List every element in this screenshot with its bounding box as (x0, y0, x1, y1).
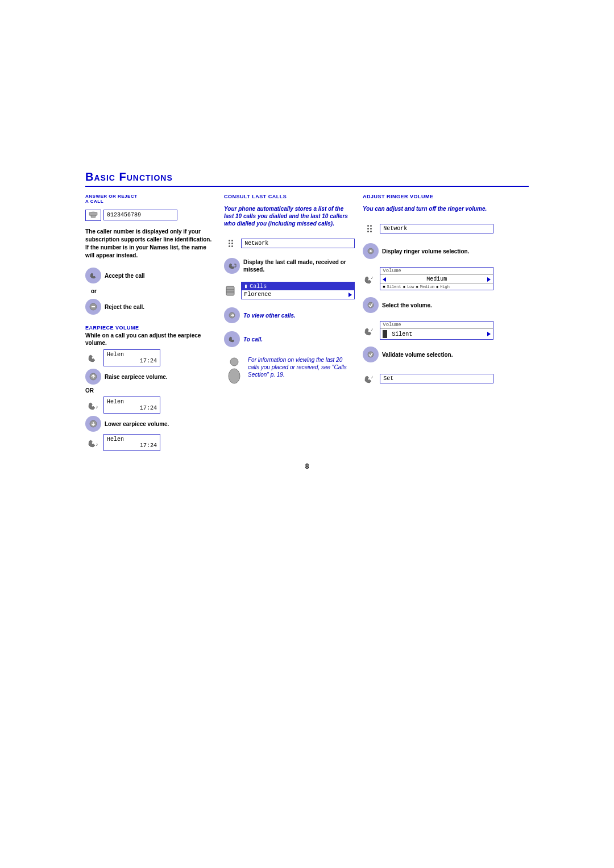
note-text: For information on viewing the last 20 c… (248, 356, 355, 378)
helen-display-1: Helen 17:24 (85, 349, 216, 366)
svg-text:♪: ♪ (96, 404, 98, 410)
note-row: For information on viewing the last 20 c… (224, 356, 355, 385)
set-icon: ♪ (363, 370, 376, 386)
answer-reject-description: The caller number is displayed only if y… (85, 228, 216, 260)
or-label: or (91, 288, 216, 294)
set-display: Set (380, 374, 493, 383)
volume-mute-icon: ♪ (363, 323, 376, 339)
volume-medium-display: Volume Medium ■ Silent ◆ Low ◆ Medium ◆ (380, 267, 493, 290)
adjust-ringer-intro: You can adjust and turn off the ringer v… (363, 205, 493, 212)
view-other-calls-row: To view other calls. (224, 307, 355, 323)
earpiece-volume-section: Earpiece Volume While on a call you can … (85, 325, 216, 453)
display-ringer-icon (363, 243, 379, 259)
svg-text:♪: ♪ (371, 374, 373, 379)
display-last-call-row: Display the last call made, received or … (224, 258, 355, 274)
volume-medium-row: ♪ Volume Medium ■ Silent ◆ Low (363, 267, 493, 290)
svg-text:♪: ♪ (371, 327, 373, 332)
select-volume-icon (363, 297, 379, 313)
svg-rect-6 (226, 286, 234, 295)
display-last-call-icon (224, 258, 240, 274)
earpiece-volume-header: Earpiece Volume (85, 325, 216, 331)
page-title: Basic Functions (85, 170, 529, 187)
calls-florence-display: ▮ Calls Florence (241, 282, 355, 299)
accept-icon (85, 268, 101, 283)
volume-silent-row: ♪ Volume Silent (363, 321, 493, 340)
lower-volume-row: Lower earpiece volume. (85, 416, 216, 432)
calls-florence-row: ▮ Calls Florence (224, 282, 355, 299)
or-uppercase-label: OR (85, 387, 216, 394)
phone-number-display: 0123456789 (85, 210, 216, 223)
lower-volume-icon (85, 416, 101, 432)
to-call-row: To call. (224, 331, 355, 347)
volume-knob-icon: ♪ (363, 271, 376, 287)
svg-point-10 (230, 358, 238, 366)
volume-silent-display: Volume Silent (380, 321, 493, 340)
validate-volume-icon (363, 347, 379, 362)
helen-display-3: ♪ Helen 17:24 (85, 434, 216, 451)
consult-intro-text: Your phone automatically stores a list o… (224, 205, 355, 227)
raise-volume-icon (85, 369, 101, 385)
consult-last-calls-header: Consult Last Calls (224, 194, 355, 199)
consult-network-display: Network (241, 239, 355, 248)
earpiece-description: While on a call you can adjust the earpi… (85, 332, 216, 347)
adjust-ringer-header: Adjust Ringer Volume (363, 194, 493, 199)
accept-call-row: Accept the call (85, 268, 216, 283)
svg-rect-0 (91, 215, 96, 218)
reject-call-row: Reject the call. (85, 299, 216, 315)
to-call-icon (224, 331, 240, 347)
select-volume-row: Select the volume. (363, 297, 493, 313)
helen-display-2: ♪ Helen 17:24 (85, 397, 216, 414)
display-ringer-row: Display ringer volume selection. (363, 243, 493, 259)
validate-volume-row: Validate volume selection. (363, 347, 493, 362)
telephone-fax-icon (224, 283, 238, 299)
consult-network-display-row: Network (224, 235, 355, 251)
svg-text:♪: ♪ (371, 275, 373, 280)
raise-volume-row: Raise earpiece volume. (85, 369, 216, 385)
svg-point-11 (229, 369, 240, 383)
dots-icon-ringer (363, 220, 376, 236)
ringer-network-display: Network (380, 224, 493, 233)
page-number: 8 (85, 462, 529, 470)
person-icon (224, 356, 244, 385)
view-other-icon (224, 307, 240, 323)
svg-text:♪: ♪ (96, 441, 98, 447)
reject-icon (85, 299, 101, 315)
set-display-row: ♪ Set (363, 370, 493, 386)
dots-icon (224, 235, 238, 251)
answer-reject-header: Answer or Reject A Call (85, 194, 216, 205)
ringer-network-display-row: Network (363, 220, 493, 236)
